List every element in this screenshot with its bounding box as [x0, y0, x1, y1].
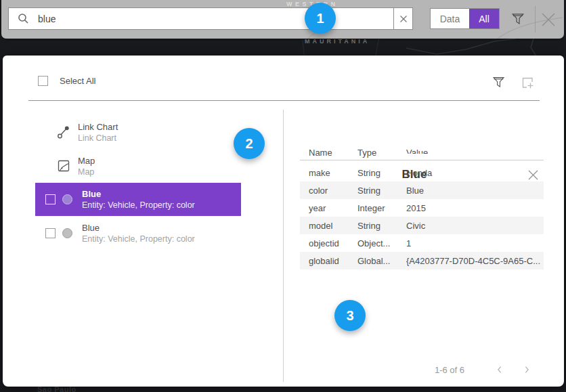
- cell-name: globalid: [300, 256, 349, 266]
- cell-value: {A4203777-D70D-4C5C-9A65-C...: [397, 256, 544, 266]
- cell-type: Integer: [349, 203, 397, 213]
- link-chart-icon: [56, 124, 71, 140]
- filter-icon[interactable]: [510, 11, 526, 27]
- entity-dot-icon: [62, 194, 72, 204]
- next-page-icon[interactable]: [519, 362, 535, 378]
- list-item-blue-selected[interactable]: Blue Entity: Vehicle, Property: color: [35, 183, 241, 216]
- topbar-divider: [535, 6, 536, 32]
- cell-name: year: [300, 203, 349, 213]
- table-row: globalid Global... {A4203777-D70D-4C5C-9…: [300, 252, 544, 269]
- item-checkbox[interactable]: [45, 228, 56, 238]
- search-header-bar: WESTERN Data All: [1, 0, 564, 39]
- select-all-label: Select All: [60, 76, 95, 86]
- table-row: make String Honda: [300, 164, 544, 181]
- cell-value: Honda: [397, 168, 544, 178]
- scope-toggle: Data All: [430, 8, 500, 29]
- column-header-name: Name: [300, 148, 349, 154]
- cell-name: model: [300, 221, 349, 231]
- map-icon: [56, 159, 71, 173]
- clear-search-button[interactable]: [393, 8, 412, 29]
- item-title: Map: [78, 155, 95, 167]
- item-title: Blue: [82, 222, 195, 234]
- cell-name: color: [300, 186, 349, 196]
- cell-name: make: [300, 168, 349, 178]
- list-item-blue[interactable]: Blue Entity: Vehicle, Property: color: [35, 216, 241, 250]
- select-all-checkbox[interactable]: [38, 76, 48, 86]
- attributes-table: Name Type Value make String Honda color …: [300, 148, 544, 269]
- item-title: Blue: [82, 188, 195, 200]
- search-icon: [18, 13, 29, 24]
- item-subtitle: Entity: Vehicle, Property: color: [82, 200, 195, 211]
- item-title: Link Chart: [78, 121, 118, 133]
- previous-page-icon[interactable]: [492, 362, 508, 378]
- table-header: Name Type Value: [300, 148, 544, 160]
- cell-type: String: [349, 168, 397, 178]
- entity-dot-icon: [62, 228, 72, 238]
- toggle-option-all[interactable]: All: [469, 9, 499, 28]
- results-filter-icon[interactable]: [490, 74, 506, 90]
- annotation-badge-3: 3: [334, 300, 366, 331]
- cell-value: Blue: [397, 186, 544, 196]
- table-row: model String Civic: [300, 217, 544, 234]
- select-all-control[interactable]: Select All: [38, 76, 95, 86]
- search-input[interactable]: [38, 14, 393, 24]
- cell-name: objectid: [300, 238, 349, 248]
- cell-type: Object...: [349, 238, 397, 248]
- pagination: 1-6 of 6: [286, 362, 544, 378]
- map-border-lines: [0, 37, 566, 58]
- pagination-label: 1-6 of 6: [435, 365, 464, 375]
- list-detail-divider: [283, 110, 284, 382]
- cell-value: 1: [397, 238, 544, 248]
- list-item-link-chart[interactable]: Link Chart Link Chart: [35, 115, 241, 149]
- column-header-value: Value: [397, 148, 544, 154]
- annotation-badge-2: 2: [234, 128, 265, 159]
- column-header-type: Type: [349, 148, 397, 154]
- table-row: objectid Object... 1: [300, 234, 544, 252]
- search-box: [8, 7, 413, 30]
- item-subtitle: Map: [78, 167, 95, 177]
- map-label-mauritania: MAURITANIA: [305, 38, 370, 45]
- close-search-icon[interactable]: [539, 10, 558, 29]
- results-list: Link Chart Link Chart Map Map Blue Entit…: [35, 115, 241, 250]
- item-checkbox[interactable]: [45, 194, 56, 204]
- item-subtitle: Entity: Vehicle, Property: color: [82, 234, 195, 244]
- table-row: year Integer 2015: [300, 199, 544, 217]
- cell-type: String: [349, 221, 397, 231]
- table-row: color String Blue: [300, 181, 544, 199]
- item-subtitle: Link Chart: [78, 133, 118, 144]
- cell-value: 2015: [397, 203, 544, 213]
- cell-value: Civic: [397, 221, 544, 231]
- header-divider: [28, 100, 540, 101]
- annotation-badge-1: 1: [305, 3, 336, 34]
- cell-type: Global...: [349, 256, 397, 266]
- search-results-panel: Select All Link Chart Link Chart Map Map: [3, 56, 564, 387]
- toggle-option-data[interactable]: Data: [431, 9, 469, 28]
- cell-type: String: [349, 186, 397, 196]
- list-item-map[interactable]: Map Map: [35, 149, 241, 183]
- add-to-selection-icon[interactable]: [519, 74, 536, 91]
